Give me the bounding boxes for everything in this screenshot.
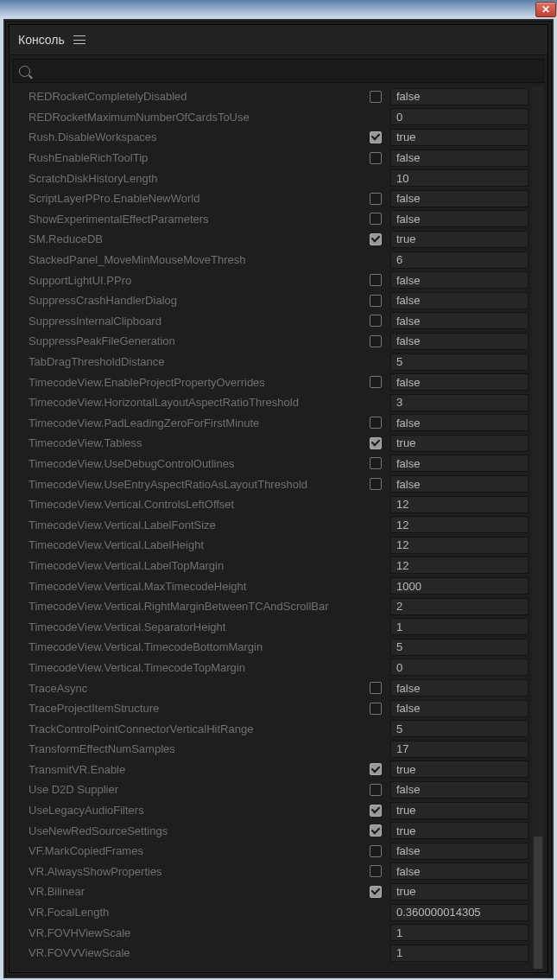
- setting-row: TimecodeView.Vertical.TimecodeTopMargin0: [13, 658, 532, 678]
- setting-value-input[interactable]: false: [390, 271, 529, 289]
- setting-value-input[interactable]: false: [390, 190, 529, 207]
- tab-console[interactable]: Консоль: [18, 33, 65, 47]
- setting-value-input[interactable]: 12: [390, 537, 529, 554]
- tab-bar: Консоль: [9, 25, 548, 54]
- setting-value-input[interactable]: true: [390, 231, 529, 248]
- setting-checkbox[interactable]: [370, 91, 382, 103]
- setting-value-input[interactable]: true: [390, 435, 529, 452]
- setting-checkbox[interactable]: [370, 703, 382, 715]
- setting-checkbox[interactable]: [370, 274, 382, 286]
- setting-row: UseNewRedSourceSettingstrue: [13, 820, 532, 841]
- setting-value-cell: 0: [390, 108, 529, 125]
- scrollbar[interactable]: [532, 86, 544, 969]
- setting-value-input[interactable]: 5: [390, 720, 529, 737]
- setting-checkbox[interactable]: [370, 152, 382, 164]
- setting-label: TimecodeView.Vertical.TimecodeBottomMarg…: [28, 640, 364, 653]
- setting-value-cell: true: [390, 802, 529, 819]
- setting-checkbox[interactable]: [370, 805, 382, 817]
- setting-value-input[interactable]: 3: [390, 394, 529, 411]
- setting-label: SuppressPeakFileGeneration: [28, 334, 364, 347]
- panel-menu-icon[interactable]: [73, 34, 85, 46]
- setting-checkbox[interactable]: [370, 682, 382, 694]
- setting-checkbox-cell: [364, 193, 387, 205]
- setting-value-cell: false: [390, 292, 529, 309]
- setting-value-input[interactable]: false: [390, 312, 529, 329]
- setting-checkbox[interactable]: [370, 376, 382, 388]
- setting-value-input[interactable]: false: [390, 373, 529, 391]
- setting-value-input[interactable]: 2: [390, 598, 529, 615]
- setting-value-input[interactable]: false: [390, 700, 529, 717]
- setting-checkbox[interactable]: [370, 295, 382, 307]
- setting-checkbox[interactable]: [370, 213, 382, 225]
- setting-value-input[interactable]: 6: [390, 251, 529, 269]
- setting-value-input[interactable]: false: [390, 843, 529, 860]
- setting-checkbox-cell: [364, 784, 387, 796]
- setting-value-input[interactable]: 1: [390, 924, 529, 941]
- setting-value-input[interactable]: false: [390, 292, 529, 309]
- setting-row: SM.ReduceDBtrue: [13, 229, 532, 250]
- setting-value-input[interactable]: 5: [390, 639, 529, 656]
- setting-checkbox[interactable]: [370, 335, 382, 347]
- setting-value-input[interactable]: 1000: [390, 577, 529, 595]
- setting-value-input[interactable]: 0: [390, 659, 529, 676]
- panel-border: Консоль REDRocketCompletelyDisabledfalse…: [9, 24, 548, 973]
- setting-label: VR.FOVVViewScale: [28, 946, 364, 959]
- setting-checkbox[interactable]: [370, 437, 382, 449]
- setting-value-input[interactable]: 12: [390, 557, 529, 574]
- setting-value-input[interactable]: 1: [390, 618, 529, 635]
- setting-row: VR.Bilineartrue: [13, 881, 532, 902]
- setting-checkbox[interactable]: [370, 478, 382, 490]
- setting-value-input[interactable]: 0: [390, 108, 529, 125]
- setting-label: TraceProjectItemStructure: [28, 702, 364, 715]
- setting-value-cell: false: [390, 190, 529, 207]
- setting-value-input[interactable]: 1: [390, 945, 529, 962]
- setting-checkbox[interactable]: [370, 193, 382, 205]
- setting-checkbox[interactable]: [370, 233, 382, 245]
- setting-value-input[interactable]: 0.360000014305: [390, 904, 529, 921]
- setting-checkbox[interactable]: [370, 845, 382, 857]
- setting-checkbox[interactable]: [370, 417, 382, 429]
- setting-row: TransformEffectNumSamples17: [13, 739, 532, 760]
- setting-value-input[interactable]: false: [390, 210, 529, 227]
- setting-checkbox[interactable]: [370, 763, 382, 775]
- setting-row: ShowExperimentalEffectParametersfalse: [13, 209, 532, 230]
- setting-value-input[interactable]: true: [390, 822, 529, 839]
- setting-checkbox[interactable]: [370, 784, 382, 796]
- setting-value-input[interactable]: 12: [390, 516, 529, 533]
- setting-checkbox[interactable]: [370, 457, 382, 469]
- setting-checkbox[interactable]: [370, 315, 382, 327]
- setting-value-input[interactable]: 12: [390, 496, 529, 513]
- setting-value-cell: false: [390, 150, 529, 167]
- setting-value-input[interactable]: false: [390, 679, 529, 697]
- setting-checkbox-cell: [364, 213, 387, 225]
- setting-value-input[interactable]: false: [390, 414, 529, 431]
- setting-checkbox[interactable]: [370, 131, 382, 143]
- setting-value-cell: false: [390, 679, 529, 697]
- setting-checkbox[interactable]: [370, 886, 382, 898]
- scrollbar-thumb[interactable]: [534, 837, 542, 969]
- search-input[interactable]: [13, 59, 544, 83]
- setting-label: SuppressCrashHandlerDialog: [28, 294, 364, 307]
- setting-value-input[interactable]: false: [390, 88, 529, 105]
- setting-value-input[interactable]: false: [390, 862, 529, 880]
- setting-value-input[interactable]: 10: [390, 169, 529, 187]
- setting-checkbox[interactable]: [370, 865, 382, 877]
- setting-row: SuppressInternalClipboardfalse: [13, 311, 532, 332]
- setting-value-input[interactable]: true: [390, 883, 529, 900]
- setting-value-input[interactable]: false: [390, 781, 529, 799]
- setting-checkbox-cell: [364, 682, 387, 694]
- setting-value-input[interactable]: false: [390, 455, 529, 472]
- close-button[interactable]: ✕: [535, 2, 556, 17]
- setting-value-input[interactable]: false: [390, 333, 529, 350]
- setting-value-input[interactable]: true: [390, 802, 529, 819]
- setting-value-input[interactable]: false: [390, 150, 529, 167]
- setting-value-input[interactable]: true: [390, 129, 529, 146]
- setting-checkbox[interactable]: [370, 824, 382, 837]
- setting-value-input[interactable]: true: [390, 760, 529, 778]
- setting-value-input[interactable]: 17: [390, 741, 529, 758]
- setting-value-input[interactable]: false: [390, 475, 529, 493]
- setting-label: REDRocketMaximumNumberOfCardsToUse: [28, 111, 364, 124]
- setting-value-input[interactable]: 5: [390, 353, 529, 371]
- setting-value-cell: false: [390, 271, 529, 289]
- setting-value-cell: 0: [390, 659, 529, 676]
